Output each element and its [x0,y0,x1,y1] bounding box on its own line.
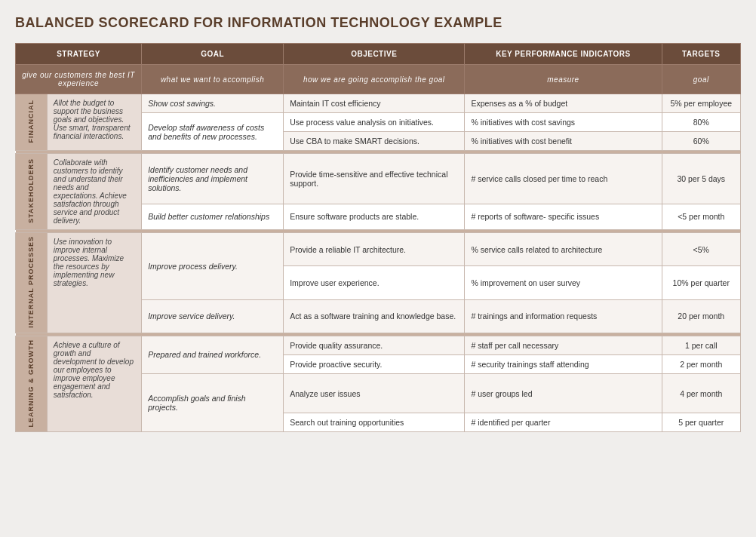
header-goal: GOAL [142,44,284,65]
target-cell: 80% [662,113,740,132]
goal-cell: Accomplish goals and finish projects. [142,373,284,432]
objective-cell: Provide proactive security. [284,354,465,373]
objective-cell: Analyze user issues [284,373,465,413]
section-label-3: LEARNING & GROWTH [27,339,35,428]
kpi-cell: # user groups led [465,373,662,413]
subheader-objective: how we are going accomplish the goal [284,65,465,94]
table-row: INTERNAL PROCESSESUse innovation to impr… [16,233,741,266]
goal-cell: Show cost savings. [142,94,284,113]
subheader-targets: goal [662,65,740,94]
section-strategy-desc-2: Use innovation to improve internal proce… [47,233,141,333]
kpi-cell: # staff per call necessary [465,336,662,354]
header-objective: OBJECTIVE [284,44,465,65]
header-kpi: KEY PERFORMANCE INDICATORS [465,44,662,65]
header-strategy: STRATEGY [16,44,142,65]
target-cell: 4 per month [662,373,740,413]
kpi-cell: % initiatives with cost savings [465,113,662,132]
page-title: BALANCED SCORECARD FOR INFORMATION TECHN… [15,15,741,31]
target-cell: <5 per month [662,204,740,229]
subheader-strategy: give our customers the best IT experienc… [16,65,142,94]
kpi-cell: # service calls closed per time to reach [465,154,662,204]
target-cell: 30 per 5 days [662,154,740,204]
objective-cell: Improve user experience. [284,266,465,299]
target-cell: 5 per quarter [662,413,740,432]
kpi-cell: % improvement on user survey [465,266,662,299]
kpi-cell: # reports of software- specific issues [465,204,662,229]
target-cell: 10% per quarter [662,266,740,299]
table-row: LEARNING & GROWTHAchieve a culture of gr… [16,336,741,354]
header-targets: TARGETS [662,44,740,65]
objective-cell: Use CBA to make SMART decisions. [284,132,465,151]
target-cell: <5% [662,233,740,266]
table-row: FINANCIALAllot the budget to support the… [16,94,741,113]
target-cell: 20 per month [662,299,740,333]
goal-cell: Build better customer relationships [142,204,284,229]
objective-cell: Act as a software training and knowledge… [284,299,465,333]
objective-cell: Search out training opportunities [284,413,465,432]
objective-cell: Maintain IT cost efficiency [284,94,465,113]
goal-cell: Improve process delivery. [142,233,284,300]
objective-cell: Ensure software products are stable. [284,204,465,229]
objective-cell: Provide a reliable IT architecture. [284,233,465,266]
objective-cell: Provide time-sensitive and effective tec… [284,154,465,204]
goal-cell: Develop staff awareness of costs and ben… [142,113,284,151]
target-cell: 1 per call [662,336,740,354]
table-row: STAKEHOLDERSCollaborate with customers t… [16,154,741,204]
goal-cell: Improve service delivery. [142,299,284,333]
subheader-kpi: measure [465,65,662,94]
section-label-1: STAKEHOLDERS [27,158,35,223]
objective-cell: Use process value analysis on initiative… [284,113,465,132]
target-cell: 2 per month [662,354,740,373]
scorecard-table: STRATEGY GOAL OBJECTIVE KEY PERFORMANCE … [15,43,741,432]
subheader-goal: what we want to accomplish [142,65,284,94]
section-strategy-desc-0: Allot the budget to support the business… [47,94,141,151]
kpi-cell: % service calls related to architecture [465,233,662,266]
target-cell: 60% [662,132,740,151]
section-strategy-desc-1: Collaborate with customers to identify a… [47,154,141,230]
target-cell: 5% per employee [662,94,740,113]
goal-cell: Identify customer needs and inefficienci… [142,154,284,204]
goal-cell: Prepared and trained workforce. [142,336,284,373]
section-label-2: INTERNAL PROCESSES [27,236,35,328]
objective-cell: Provide quality assurance. [284,336,465,354]
kpi-cell: # trainings and information requests [465,299,662,333]
kpi-cell: # security trainings staff attending [465,354,662,373]
kpi-cell: # identified per quarter [465,413,662,432]
section-label-0: FINANCIAL [27,100,35,143]
section-strategy-desc-3: Achieve a culture of growth and developm… [47,336,141,432]
kpi-cell: Expenses as a % of budget [465,94,662,113]
kpi-cell: % initiatives with cost benefit [465,132,662,151]
